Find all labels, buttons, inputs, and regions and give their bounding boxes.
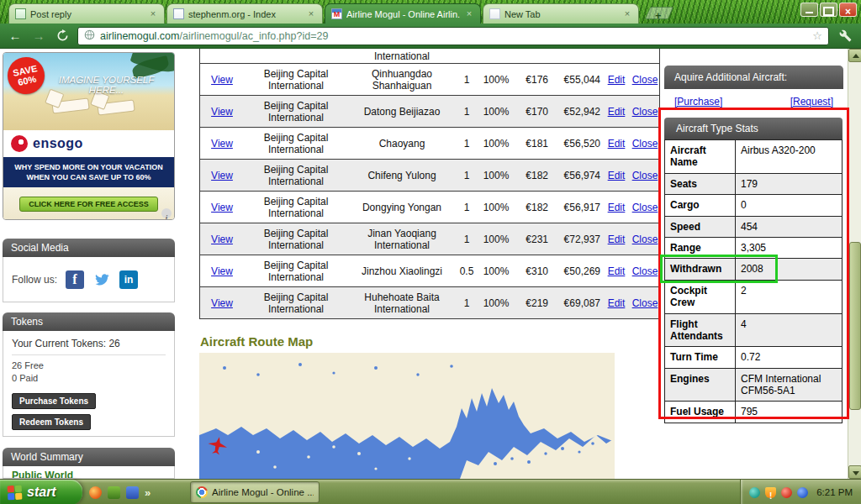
view-link[interactable]: View [200,72,244,87]
scrollbar-thumb[interactable] [849,242,861,410]
view-link[interactable]: View [200,232,244,247]
redeem-tokens-button[interactable]: Redeem Tokens [12,414,91,430]
tab-close-icon[interactable] [622,9,632,19]
page-favicon-icon [173,8,184,19]
twitter-icon[interactable] [91,270,113,289]
browser-tab[interactable]: Post reply [8,3,165,24]
close-link[interactable]: Close [629,264,661,279]
stat-value: 3,305 [736,238,843,258]
close-window-button[interactable] [839,3,857,17]
stat-row: EnginesCFM International CFM56-5A1 [665,368,842,402]
close-link[interactable]: Close [629,200,661,215]
tokens-buttons: Purchase Tokens Redeem Tokens [12,393,166,430]
route-origin: Beijing Capital International [244,130,348,157]
route-revenue: €55,044 [552,72,604,87]
view-link[interactable]: View [200,104,244,119]
view-link[interactable]: View [200,296,244,311]
browser-tab[interactable]: New Tab [483,3,639,24]
update-shield-icon[interactable] [765,487,776,498]
route-origin: Beijing Capital International [244,194,348,221]
browser-tab[interactable]: Airline Mogul - Online Airlin... [325,3,481,24]
forward-button[interactable] [30,29,47,43]
stat-value: 454 [736,217,843,237]
close-link[interactable]: Close [629,296,661,311]
quick-launch-overflow-chevron[interactable] [145,486,151,499]
close-link[interactable]: Close [629,136,661,151]
bookmark-star-icon[interactable] [812,29,822,42]
route-map [199,353,615,479]
ad-cta-button[interactable]: CLICK HERE FOR FREE ACCESS [19,197,158,212]
route-aircraft-count: 1 [456,200,478,215]
stat-row: Flight Attendants4 [665,313,842,347]
quick-launch-icon-2[interactable] [108,486,120,499]
stat-label: Fuel Usage [665,402,736,422]
route-revenue: €56,520 [552,136,604,151]
view-link[interactable]: View [200,136,244,151]
facebook-icon[interactable] [66,270,84,289]
taskbar-task-button[interactable]: Airline Mogul - Online ... [190,481,320,503]
route-revenue: €69,087 [552,296,604,311]
task-button-label: Airline Mogul - Online ... [212,487,314,497]
stat-value: 2008 [736,259,843,279]
stat-value: 0.72 [736,347,843,367]
new-tab-button[interactable] [645,7,674,19]
route-origin: Beijing Capital International [244,226,348,253]
wrench-menu-button[interactable] [836,29,854,42]
stat-row: Cargo0 [665,194,842,215]
route-aircraft-count: 1 [456,168,478,183]
view-link[interactable]: View [200,200,244,215]
stat-value: 2 [736,281,843,313]
route-destination: Datong Beijiazao [348,104,456,119]
purchase-tokens-button[interactable]: Purchase Tokens [12,393,96,409]
page-green-favicon-icon [15,8,26,19]
address-bar[interactable]: airlinemogul.com/airlinemogul/ac_info.ph… [77,27,829,45]
close-link[interactable]: Close [629,168,661,183]
quick-launch-icon-1[interactable] [89,486,102,499]
tray-icon-1[interactable] [749,487,760,498]
view-link[interactable]: View [200,264,244,279]
edit-link[interactable]: Edit [604,200,629,215]
tab-close-icon[interactable] [464,9,474,19]
edit-link[interactable]: Edit [604,136,629,151]
back-button[interactable] [7,29,24,43]
scroll-up-button[interactable] [848,49,861,62]
close-link[interactable]: Close [629,104,661,119]
ad-info-icon[interactable] [161,208,172,218]
scroll-down-button[interactable] [848,465,861,479]
tray-icon-4[interactable] [797,487,808,498]
start-button[interactable]: start [0,480,82,504]
tab-close-icon[interactable] [306,9,316,19]
request-link[interactable]: [Request] [790,96,833,108]
beach-chair-decor [51,97,89,113]
purchase-link[interactable]: [Purchase] [674,96,722,108]
edit-link[interactable]: Edit [604,232,629,247]
route-ticket-price: €170 [515,104,552,119]
tray-icon-3[interactable] [781,487,792,498]
stat-value: 795 [736,402,843,422]
quick-launch-icon-3[interactable] [126,486,139,499]
edit-link[interactable]: Edit [604,72,629,87]
close-link[interactable]: Close [629,232,661,247]
airline-mogul-favicon-icon [331,8,342,19]
close-link[interactable]: Close [629,72,661,87]
ad-banner[interactable]: SAVE 60% IMAGINE YOURSELF HERE... ensogo… [3,52,175,220]
view-link[interactable]: View [200,168,244,183]
maximize-button[interactable] [820,3,837,17]
aircraft-stats-table: Aircraft NameAirbus A320-200Seats179Carg… [664,139,843,423]
page-scrollbar[interactable] [848,49,861,479]
stat-label: Seats [665,174,736,194]
edit-link[interactable]: Edit [604,168,629,183]
page-viewport: SAVE 60% IMAGINE YOURSELF HERE... ensogo… [0,49,861,479]
stat-row: Speed454 [665,216,842,237]
globe-icon [84,29,95,43]
linkedin-icon[interactable] [119,270,138,289]
world-summary-body: Public World [3,466,175,479]
edit-link[interactable]: Edit [604,264,629,279]
edit-link[interactable]: Edit [604,296,629,311]
route-load-factor: 100% [478,296,515,311]
browser-tab[interactable]: stephenm.org - Index [166,3,323,24]
minimize-button[interactable] [800,3,818,17]
reload-button[interactable] [54,29,71,42]
edit-link[interactable]: Edit [604,104,629,119]
tab-close-icon[interactable] [148,9,158,19]
